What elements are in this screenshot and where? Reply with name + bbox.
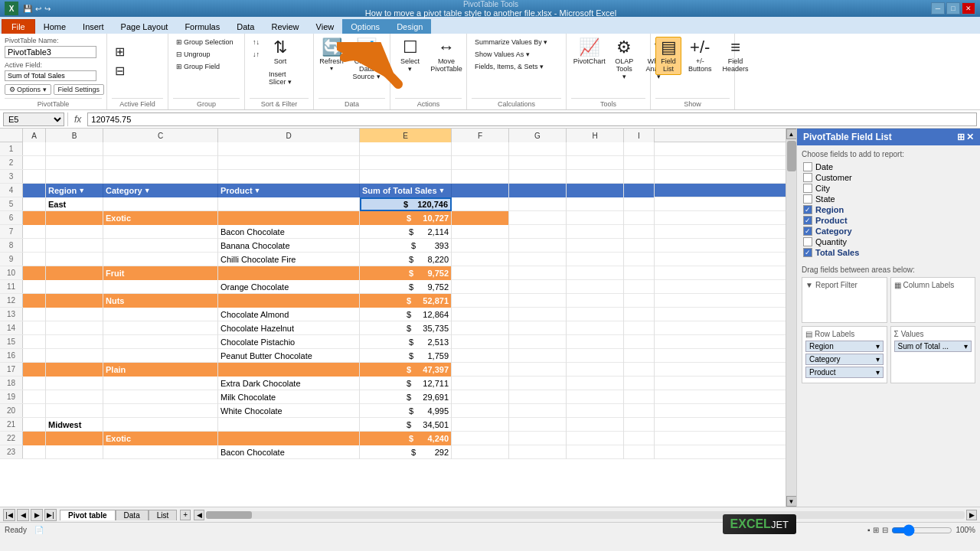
field-item-quantity[interactable]: Quantity [802, 236, 975, 247]
cell-e21[interactable]: $ 34,501 [360, 418, 452, 432]
cell-f9[interactable] [452, 253, 509, 266]
pt-name-input[interactable] [5, 46, 96, 58]
cell-h12[interactable] [567, 294, 624, 308]
cell-b16[interactable] [46, 349, 103, 363]
plus-minus-btn[interactable]: +/- +/- Buttons [684, 37, 716, 75]
cell-c2[interactable] [103, 156, 218, 170]
cell-b14[interactable] [46, 321, 103, 335]
cell-a23[interactable] [23, 445, 46, 459]
options-btn[interactable]: ⚙ Options ▾ [5, 84, 51, 95]
sheet-nav-first[interactable]: |◀ [3, 509, 15, 521]
field-checkbox-date[interactable] [803, 162, 812, 171]
cell-h2[interactable] [567, 156, 624, 170]
zoom-slider[interactable] [891, 524, 952, 536]
field-checkbox-city[interactable] [803, 184, 812, 193]
cell-i23[interactable] [624, 445, 655, 459]
insert-sheet-btn[interactable]: + [180, 510, 191, 520]
cell-a16[interactable] [23, 349, 46, 363]
cell-h16[interactable] [567, 349, 624, 363]
cell-g10[interactable] [509, 266, 567, 280]
cell-d6[interactable] [218, 211, 360, 225]
close-btn[interactable]: ✕ [962, 2, 975, 15]
col-header-g[interactable]: G [509, 129, 567, 142]
cell-i9[interactable] [624, 253, 655, 266]
insert-slicer-btn[interactable]: InsertSlicer ▾ [266, 69, 295, 87]
cell-f3[interactable] [452, 170, 509, 184]
cell-d12[interactable] [218, 294, 360, 308]
cell-e5[interactable]: $ 120,746 [360, 197, 452, 211]
cell-b8[interactable] [46, 239, 103, 253]
cell-f22[interactable] [452, 432, 509, 445]
sheet-nav-next[interactable]: ▶ [31, 509, 43, 521]
cell-c5[interactable] [103, 197, 218, 211]
cell-f4[interactable] [452, 184, 509, 197]
row-label-category[interactable]: Category ▾ [805, 354, 884, 365]
name-box[interactable]: E5 [3, 112, 64, 126]
cell-b11[interactable] [46, 280, 103, 294]
cell-h14[interactable] [567, 321, 624, 335]
sort-btn[interactable]: ⇅ Sort [266, 37, 295, 67]
cell-c15[interactable] [103, 335, 218, 349]
cell-f23[interactable] [452, 445, 509, 459]
cell-c14[interactable] [103, 321, 218, 335]
cell-peanut[interactable]: Peanut Butter Chocolate [218, 349, 360, 363]
cell-g2[interactable] [509, 156, 567, 170]
cell-c3[interactable] [103, 170, 218, 184]
cell-c1[interactable] [103, 142, 218, 156]
cell-a17[interactable] [23, 363, 46, 377]
cell-a22[interactable] [23, 432, 46, 445]
cell-a5[interactable] [23, 197, 46, 211]
cell-c20[interactable] [103, 404, 218, 418]
cell-i5[interactable] [624, 197, 655, 211]
cell-g15[interactable] [509, 335, 567, 349]
cell-e17[interactable]: $ 47,397 [360, 363, 452, 377]
cell-f13[interactable] [452, 308, 509, 321]
cell-i20[interactable] [624, 404, 655, 418]
formula-input[interactable] [87, 112, 977, 126]
cell-f20[interactable] [452, 404, 509, 418]
cell-choc-almond[interactable]: Chocolate Almond [218, 308, 360, 321]
cell-h15[interactable] [567, 335, 624, 349]
cell-b22[interactable] [46, 432, 103, 445]
cell-a10[interactable] [23, 266, 46, 280]
cell-g19[interactable] [509, 390, 567, 404]
cell-f15[interactable] [452, 335, 509, 349]
col-header-d[interactable]: D [218, 129, 360, 142]
cell-c16[interactable] [103, 349, 218, 363]
cell-h9[interactable] [567, 253, 624, 266]
col-header-i[interactable]: I [624, 129, 655, 142]
cell-d17[interactable] [218, 363, 360, 377]
tab-file[interactable]: File [2, 19, 35, 34]
cell-i16[interactable] [624, 349, 655, 363]
cell-sales-header[interactable]: Sum of Total Sales ▼ [360, 184, 452, 197]
h-scroll-thumb[interactable] [206, 511, 252, 519]
cell-i19[interactable] [624, 390, 655, 404]
field-settings-btn[interactable]: Field Settings [54, 84, 105, 95]
cell-d3[interactable] [218, 170, 360, 184]
col-header-h[interactable]: H [567, 129, 624, 142]
cell-b7[interactable] [46, 225, 103, 239]
cell-f21[interactable] [452, 418, 509, 432]
cell-h8[interactable] [567, 239, 624, 253]
cell-d2[interactable] [218, 156, 360, 170]
row-label-region[interactable]: Region ▾ [805, 341, 884, 352]
field-item-total-sales[interactable]: ✓ Total Sales [802, 247, 975, 258]
vertical-scrollbar[interactable]: ▲ ▼ [786, 129, 796, 507]
cell-f18[interactable] [452, 377, 509, 390]
cell-f16[interactable] [452, 349, 509, 363]
cell-b15[interactable] [46, 335, 103, 349]
cell-h3[interactable] [567, 170, 624, 184]
h-scroll-left[interactable]: ◀ [194, 510, 204, 520]
cell-b10[interactable] [46, 266, 103, 280]
cell-e20[interactable]: $ 4,995 [360, 404, 452, 418]
cell-g13[interactable] [509, 308, 567, 321]
cell-a8[interactable] [23, 239, 46, 253]
cell-i18[interactable] [624, 377, 655, 390]
cell-e10[interactable]: $ 9,752 [360, 266, 452, 280]
cell-i11[interactable] [624, 280, 655, 294]
drag-zone-row-labels[interactable]: ▤ Row Labels Region ▾ Category ▾ Produ [802, 326, 887, 383]
cell-g7[interactable] [509, 225, 567, 239]
show-values-btn[interactable]: Show Values As ▾ [472, 49, 533, 60]
cell-i8[interactable] [624, 239, 655, 253]
cell-c18[interactable] [103, 377, 218, 390]
